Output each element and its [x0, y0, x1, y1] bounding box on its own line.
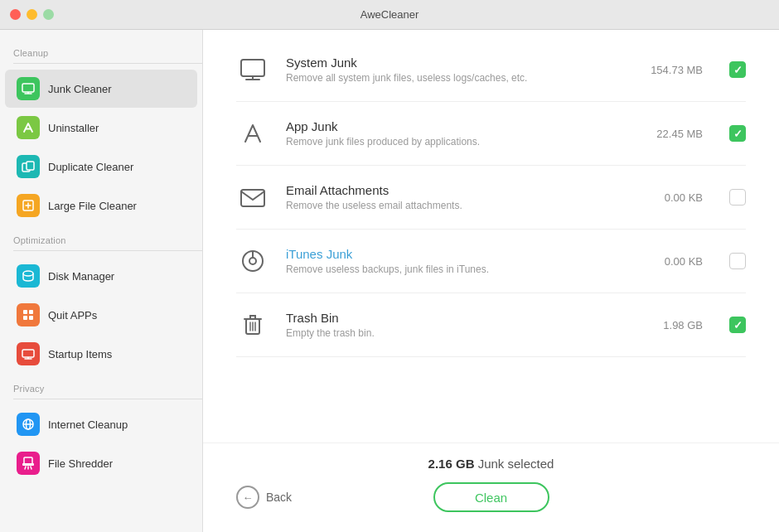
footer: 2.16 GB Junk selected ← Back Clean: [203, 443, 779, 532]
svg-rect-9: [23, 310, 27, 314]
sidebar-item-disk-manager[interactable]: Disk Manager: [5, 257, 197, 295]
sidebar-item-duplicate-cleaner[interactable]: Duplicate Cleaner: [5, 148, 197, 186]
startup-items-label: Startup Items: [48, 348, 112, 360]
email-icon: [236, 181, 269, 214]
back-label: Back: [266, 491, 292, 504]
sidebar-item-junk-cleaner[interactable]: Junk Cleaner: [5, 70, 197, 108]
trash-icon: [236, 308, 269, 341]
close-button[interactable]: [10, 9, 21, 20]
junk-cleaner-icon: [17, 77, 40, 100]
list-item-trash: Trash Bin Empty the trash bin. 1.98 GB: [236, 293, 746, 357]
email-size: 0.00 KB: [636, 191, 703, 204]
quit-apps-icon: [17, 303, 40, 326]
svg-rect-19: [24, 457, 32, 464]
window-controls: [10, 9, 54, 20]
list-item-itunes: iTunes Junk Remove useless backups, junk…: [236, 230, 746, 293]
sidebar-item-internet-cleanup[interactable]: Internet Cleanup: [5, 405, 197, 443]
itunes-subtitle: Remove useless backups, junk files in iT…: [286, 264, 620, 275]
app-title: AweCleaner: [360, 8, 419, 21]
file-shredder-label: File Shredder: [48, 457, 113, 470]
junk-label: Junk selected: [474, 457, 554, 471]
trash-text: Trash Bin Empty the trash bin.: [286, 311, 620, 339]
items-list: System Junk Remove all system junk files…: [203, 30, 779, 443]
trash-checkbox[interactable]: [729, 317, 746, 333]
itunes-icon: [236, 244, 269, 278]
svg-rect-20: [22, 463, 34, 466]
svg-rect-24: [241, 60, 264, 76]
maximize-button[interactable]: [43, 9, 54, 20]
itunes-size: 0.00 KB: [636, 255, 703, 268]
duplicate-cleaner-label: Duplicate Cleaner: [48, 161, 133, 173]
svg-rect-0: [22, 84, 34, 92]
svg-rect-13: [22, 350, 34, 357]
itunes-title: iTunes Junk: [286, 247, 620, 261]
system-junk-title: System Junk: [286, 56, 620, 70]
junk-cleaner-label: Junk Cleaner: [48, 83, 112, 95]
email-title: Email Attachments: [286, 183, 620, 197]
internet-cleanup-label: Internet Cleanup: [48, 418, 128, 431]
list-item-app-junk: App Junk Remove junk files produced by a…: [236, 102, 746, 166]
svg-point-29: [249, 258, 256, 264]
email-subtitle: Remove the useless email attachments.: [286, 200, 620, 211]
trash-size: 1.98 GB: [636, 319, 703, 331]
junk-amount: 2.16 GB: [428, 457, 475, 471]
itunes-text: iTunes Junk Remove useless backups, junk…: [286, 247, 620, 275]
app-junk-icon: [236, 117, 269, 150]
section-label-privacy: Privacy: [0, 374, 202, 404]
sidebar-item-startup-items[interactable]: Startup Items: [5, 335, 197, 373]
system-junk-subtitle: Remove all system junk files, useless lo…: [286, 72, 620, 84]
startup-items-icon: [17, 342, 40, 365]
app-junk-subtitle: Remove junk files produced by applicatio…: [286, 136, 620, 148]
app-body: Cleanup Junk Cleaner Uninstaller: [0, 30, 779, 532]
duplicate-cleaner-icon: [17, 155, 40, 178]
svg-rect-11: [23, 316, 27, 320]
svg-rect-4: [27, 162, 34, 170]
system-junk-size: 154.73 MB: [636, 64, 703, 76]
section-label-cleanup: Cleanup: [0, 38, 202, 69]
sidebar-item-quit-apps[interactable]: Quit APPs: [5, 296, 197, 334]
svg-point-8: [23, 271, 33, 276]
app-junk-size: 22.45 MB: [636, 128, 703, 140]
clean-button[interactable]: Clean: [433, 482, 549, 512]
disk-manager-icon: [17, 264, 40, 288]
sidebar-item-large-file-cleaner[interactable]: Large File Cleaner: [5, 186, 197, 225]
system-junk-icon: [236, 53, 269, 86]
svg-line-21: [25, 467, 26, 469]
back-arrow-icon: ←: [236, 486, 259, 509]
disk-manager-label: Disk Manager: [48, 270, 114, 283]
sidebar-item-uninstaller[interactable]: Uninstaller: [5, 109, 197, 147]
back-button[interactable]: ← Back: [236, 486, 292, 509]
section-label-optimization: Optimization: [0, 225, 202, 256]
sidebar-item-file-shredder[interactable]: File Shredder: [5, 444, 197, 482]
email-checkbox[interactable]: [729, 189, 746, 206]
email-text: Email Attachments Remove the useless ema…: [286, 183, 620, 211]
app-junk-checkbox[interactable]: [729, 125, 746, 142]
svg-rect-27: [241, 190, 264, 206]
itunes-checkbox[interactable]: [729, 253, 746, 269]
file-shredder-icon: [17, 452, 40, 475]
system-junk-checkbox[interactable]: [729, 61, 746, 78]
large-file-cleaner-label: Large File Cleaner: [48, 200, 137, 212]
minimize-button[interactable]: [27, 9, 37, 20]
trash-subtitle: Empty the trash bin.: [286, 327, 620, 339]
app-junk-title: App Junk: [286, 119, 620, 133]
list-item-email: Email Attachments Remove the useless ema…: [236, 166, 746, 230]
svg-rect-12: [29, 316, 33, 320]
main-content: System Junk Remove all system junk files…: [203, 30, 779, 532]
internet-cleanup-icon: [17, 413, 40, 436]
title-bar: AweCleaner: [0, 0, 779, 30]
list-item-system-junk: System Junk Remove all system junk files…: [236, 38, 746, 102]
app-junk-text: App Junk Remove junk files produced by a…: [286, 119, 620, 148]
svg-rect-10: [29, 310, 33, 314]
system-junk-text: System Junk Remove all system junk files…: [286, 56, 620, 84]
sidebar: Cleanup Junk Cleaner Uninstaller: [0, 30, 203, 532]
uninstaller-label: Uninstaller: [48, 122, 99, 134]
quit-apps-label: Quit APPs: [48, 309, 97, 322]
trash-title: Trash Bin: [286, 311, 620, 325]
footer-row: ← Back Clean: [236, 482, 746, 512]
large-file-icon: [17, 194, 40, 217]
junk-summary: 2.16 GB Junk selected: [428, 457, 554, 471]
uninstaller-icon: [17, 116, 40, 139]
svg-line-23: [31, 467, 31, 469]
